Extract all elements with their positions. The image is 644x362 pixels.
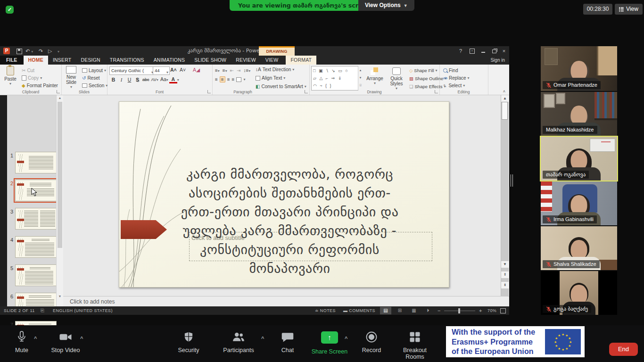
breakout-rooms-button[interactable]: Breakout Rooms <box>394 330 436 360</box>
layout-button[interactable]: Layout ▾ <box>82 67 106 74</box>
decrease-indent-button[interactable]: ⇤ <box>230 68 234 73</box>
participants-button[interactable]: Participants <box>217 330 260 354</box>
increase-font-size-button[interactable]: A˄ <box>169 66 178 74</box>
shape-gallery[interactable]: □ ▣ ∖ ↘ ▭ ○ ▱ △ ⌐ ⇒ ⇓ ◠ ~ { } ▴▾⍗ <box>311 66 358 90</box>
section-button[interactable]: Section ▾ <box>82 82 107 89</box>
end-meeting-button[interactable]: End <box>609 343 638 356</box>
font-dialog-launcher[interactable] <box>207 90 211 93</box>
thumbnail-scrollbar[interactable]: ▲ ▼ <box>56 95 63 306</box>
tab-slide-show[interactable]: SLIDE SHOW <box>190 56 231 65</box>
select-button[interactable]: ↖Select ▾ <box>443 82 465 89</box>
slide-thumbnail-3[interactable] <box>15 208 57 230</box>
font-color-button[interactable]: A <box>169 76 177 83</box>
slide-thumbnail-1[interactable] <box>15 152 57 173</box>
share-screen-button[interactable]: ↑ Share Screen <box>308 330 351 355</box>
italic-button[interactable]: I <box>117 76 125 83</box>
notes-toggle[interactable]: ≐ NOTES <box>315 306 336 315</box>
font-size-combo[interactable]: 44▾ <box>153 66 170 75</box>
tab-file[interactable]: FILE <box>0 56 24 65</box>
clipboard-dialog-launcher[interactable] <box>57 90 60 93</box>
redo-button[interactable]: ↷ <box>39 48 43 54</box>
tab-animations[interactable]: ANIMATIONS <box>149 56 190 65</box>
paste-button[interactable]: Paste▾ <box>1 66 19 86</box>
tab-review[interactable]: REVIEW <box>231 56 261 65</box>
cut-button[interactable]: ✂Cut <box>22 67 34 74</box>
encryption-shield-icon[interactable]: ✓ <box>6 6 14 14</box>
fit-to-window-icon[interactable] <box>500 308 506 313</box>
stop-video-button[interactable]: Stop Video <box>44 330 87 354</box>
tab-home[interactable]: HOME <box>24 56 48 65</box>
mute-options-chevron[interactable]: ^ <box>34 336 37 341</box>
underline-button[interactable]: U <box>125 76 133 83</box>
video-tile-tamar-active-speaker[interactable]: თამარ ოგანოვა <box>541 137 617 181</box>
font-color-dropdown[interactable]: ▾ <box>177 78 179 82</box>
minimize-icon[interactable] <box>478 46 488 56</box>
restore-icon[interactable] <box>489 46 499 56</box>
slide-thumbnail-5[interactable] <box>15 264 57 286</box>
arrange-button[interactable]: Arrange▾ <box>365 67 385 85</box>
ribbon-display-options-icon[interactable]: ^ <box>467 46 477 56</box>
clear-formatting-button[interactable]: A◢ <box>192 66 201 74</box>
zoom-slider-thumb[interactable] <box>458 308 460 313</box>
bullets-button[interactable]: ≡▾ <box>215 68 220 73</box>
zoom-in-button[interactable]: + <box>479 306 482 315</box>
video-tile-irma[interactable]: Irma Gabinashvili <box>541 181 617 225</box>
help-icon[interactable]: ? <box>455 46 466 56</box>
tab-view[interactable]: VIEW <box>261 56 283 65</box>
columns-button[interactable] <box>236 77 241 82</box>
character-spacing-button[interactable]: AV▾ <box>150 76 159 83</box>
tab-insert[interactable]: INSERT <box>48 56 76 65</box>
language-indicator[interactable]: ENGLISH (UNITED STATES) <box>53 306 113 315</box>
slide-sorter-view-button[interactable]: ⊞ <box>394 307 405 314</box>
increase-indent-button[interactable]: ⇥ <box>237 68 240 73</box>
sign-in-link[interactable]: Sign in <box>490 56 505 65</box>
decrease-font-size-button[interactable]: A˅ <box>179 66 187 74</box>
tab-design[interactable]: DESIGN <box>76 56 105 65</box>
participants-options-chevron[interactable]: ^ <box>261 336 264 341</box>
video-tile-malkhaz[interactable]: Malkhaz Nakashidze <box>541 92 617 136</box>
tab-transitions[interactable]: TRANSITIONS <box>105 56 149 65</box>
text-direction-button[interactable]: ↕AText Direction ▾ <box>256 66 294 73</box>
undo-button[interactable]: ↶ ▾ <box>25 48 33 55</box>
line-spacing-button[interactable]: ↕≡▾ <box>244 68 251 73</box>
tab-format[interactable]: FORMAT <box>286 56 316 65</box>
quick-access-dropdown-icon[interactable]: ▾ <box>58 48 59 55</box>
align-text-button[interactable]: Align Text ▾ <box>256 74 285 82</box>
slide-title-text[interactable]: კარგი მმართველობა, როგორც ასოცირების შეთ… <box>148 165 432 278</box>
comments-toggle[interactable]: ▬ COMMENTS <box>343 306 375 315</box>
slide-canvas[interactable]: Click to add subtitle კარგი მმართველობა,… <box>119 101 449 288</box>
format-painter-button[interactable]: ◆Format Painter <box>22 82 58 89</box>
spell-check-icon[interactable]: ⎘ <box>41 306 44 315</box>
save-icon[interactable] <box>17 49 22 54</box>
align-left-button[interactable]: ≡ <box>215 77 218 82</box>
strikethrough-button[interactable]: abc <box>141 76 150 83</box>
zoom-level[interactable]: 70% <box>487 306 496 315</box>
view-options-menu[interactable]: View Options▼ <box>358 0 414 11</box>
copy-button[interactable]: Copy ▾ <box>22 74 42 82</box>
shape-gallery-scrollbar[interactable]: ▴▾⍗ <box>358 66 363 90</box>
chat-button[interactable]: Chat <box>266 330 309 354</box>
security-button[interactable]: Security <box>167 330 210 354</box>
new-slide-button[interactable]: New Slide▾ <box>62 66 80 89</box>
panel-resize-handle[interactable] <box>511 174 514 187</box>
bold-button[interactable]: B <box>109 76 117 83</box>
share-options-chevron[interactable]: ^ <box>345 336 347 341</box>
previous-slide-icon[interactable]: ⇞ <box>501 272 509 278</box>
shape-fill-button[interactable]: ◇Shape Fill ▾ <box>409 67 438 74</box>
video-options-chevron[interactable]: ^ <box>80 336 83 341</box>
replace-button[interactable]: abReplace ▾ <box>443 74 470 82</box>
view-layout-button[interactable]: View <box>615 4 643 15</box>
close-icon[interactable]: × <box>499 46 509 56</box>
mute-button[interactable]: Mute <box>0 330 43 354</box>
font-name-combo[interactable]: Century Gothic (▾ <box>109 66 155 75</box>
scroll-up-icon[interactable]: ▲ <box>501 95 509 102</box>
align-right-button[interactable]: ≡ <box>227 77 230 82</box>
slideshow-view-button[interactable]: ⏵ <box>422 307 434 314</box>
video-tile-goga[interactable]: გოგა ბაღქაძე <box>541 271 617 315</box>
video-tile-shalva[interactable]: Shalva Shalikadze <box>541 226 617 270</box>
slide-thumbnail-4[interactable] <box>15 236 57 258</box>
video-tile-omar[interactable]: Omar Phartenadze <box>541 46 617 91</box>
paragraph-dialog-launcher[interactable] <box>305 90 308 93</box>
record-button[interactable]: Record <box>350 330 393 354</box>
justify-button[interactable]: ≡ <box>232 77 235 82</box>
